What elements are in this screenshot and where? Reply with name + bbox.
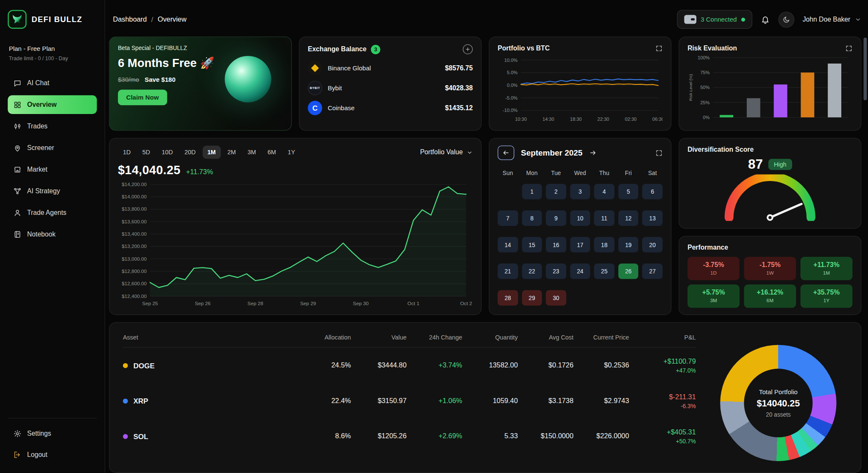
calendar-day-6[interactable]: 6 xyxy=(643,184,663,200)
range-button-3m[interactable]: 3M xyxy=(242,146,261,159)
calendar-day-19[interactable]: 19 xyxy=(618,237,639,253)
pl-percent: +50.7% xyxy=(629,437,696,444)
calendar-day-5[interactable]: 5 xyxy=(618,184,639,200)
sidebar-item-trades[interactable]: Trades xyxy=(8,117,97,136)
expand-button[interactable] xyxy=(845,45,852,52)
range-button-1d[interactable]: 1D xyxy=(118,146,136,159)
table-row-xrp[interactable]: XRP22.4%$3150.97+1.06%1059.40$3.1738$2.9… xyxy=(123,383,696,419)
calendar-day-29[interactable]: 29 xyxy=(522,290,542,306)
connected-exchanges-button[interactable]: 3 Connected xyxy=(677,10,752,29)
breadcrumb-dashboard[interactable]: Dashboard xyxy=(113,16,147,23)
change-cell: +3.74% xyxy=(406,362,462,369)
svg-text:22:30: 22:30 xyxy=(598,117,609,122)
calendar-day-23[interactable]: 23 xyxy=(546,264,566,279)
column-header-current-price: Current Price xyxy=(573,334,629,341)
pl-cell: $-211.31-6.3% xyxy=(629,393,696,409)
range-button-20d[interactable]: 20D xyxy=(180,146,201,159)
calendar-day-7[interactable]: 7 xyxy=(498,210,518,226)
svg-text:-10.0%: -10.0% xyxy=(503,108,517,113)
donut-center-title: Total Portfolio xyxy=(759,388,798,395)
sidebar-item-ai-strategy[interactable]: AI Strategy xyxy=(8,181,97,200)
range-button-5d[interactable]: 5D xyxy=(137,146,155,159)
calendar-day-16[interactable]: 16 xyxy=(546,237,566,253)
sidebar-item-logout[interactable]: Logout xyxy=(8,445,97,464)
user-menu[interactable]: John Doe Baker xyxy=(803,16,862,23)
holdings-table: AssetAllocationValue24h ChangeQuantityAv… xyxy=(123,331,696,465)
sidebar-item-ai-chat[interactable]: AI Chat xyxy=(8,74,97,92)
expand-button[interactable] xyxy=(655,149,662,156)
calendar-day-22[interactable]: 22 xyxy=(522,264,542,279)
range-button-1y[interactable]: 1Y xyxy=(283,146,300,159)
sidebar-item-settings[interactable]: Settings xyxy=(8,424,97,442)
svg-text:25%: 25% xyxy=(700,100,709,105)
calendar-day-15[interactable]: 15 xyxy=(522,237,542,253)
calendar-day-26[interactable]: 26 xyxy=(618,264,639,279)
calendar-day-11[interactable]: 11 xyxy=(594,210,615,226)
calendar-day-17[interactable]: 17 xyxy=(570,237,590,253)
svg-text:50%: 50% xyxy=(700,85,709,90)
sidebar-item-overview[interactable]: Overview xyxy=(8,95,97,114)
claim-now-button[interactable]: Claim Now xyxy=(118,90,167,106)
asset-color-dot xyxy=(123,363,128,368)
calendar-prev-button[interactable] xyxy=(498,146,514,160)
sidebar-item-market[interactable]: Market xyxy=(8,160,97,178)
notifications-button[interactable] xyxy=(760,15,770,24)
calendar-day-30[interactable]: 30 xyxy=(546,290,566,306)
range-button-10d[interactable]: 10D xyxy=(157,146,178,159)
range-button-1m[interactable]: 1M xyxy=(202,146,220,159)
calendar-day-3[interactable]: 3 xyxy=(570,184,590,200)
allocation-cell: 24.5% xyxy=(295,362,351,369)
calendar-days: 1234567891011121314151617181920212223242… xyxy=(498,184,662,306)
calendar-day-13[interactable]: 13 xyxy=(643,210,663,226)
calendar-day-14[interactable]: 14 xyxy=(498,237,518,253)
weekday-label: Tue xyxy=(546,170,566,176)
exchange-list: Binance Global$8576.75BYBITBybit$4028.38… xyxy=(308,61,473,115)
diversification-card: Diversification Score 87 High xyxy=(679,138,861,228)
table-row-sol[interactable]: SOL8.6%$1205.26+2.69%5.33$150.0000$226.0… xyxy=(123,418,696,454)
sidebar-item-screener[interactable]: Screener xyxy=(8,139,97,157)
sidebar-item-notebook[interactable]: Notebook xyxy=(8,225,97,243)
coinbase-logo-icon: C xyxy=(308,101,322,115)
calendar-next-button[interactable] xyxy=(589,149,597,156)
calendar-weekdays: SunMonTueWedThuFriSat xyxy=(498,170,662,176)
sidebar-item-label: Settings xyxy=(27,430,51,437)
avatar[interactable] xyxy=(778,11,794,28)
calendar-day-28[interactable]: 28 xyxy=(498,290,518,306)
calendar-day-1[interactable]: 1 xyxy=(522,184,542,200)
exchange-row-bybit[interactable]: BYBITBybit$4028.38 xyxy=(308,81,473,95)
weekday-label: Fri xyxy=(618,170,639,176)
calendar-day-10[interactable]: 10 xyxy=(570,210,590,226)
calendar-day-12[interactable]: 12 xyxy=(618,210,639,226)
svg-text:Sep 26: Sep 26 xyxy=(195,300,211,306)
calendar-day-27[interactable]: 27 xyxy=(643,264,663,279)
scrollbar[interactable] xyxy=(864,0,867,473)
range-button-6m[interactable]: 6M xyxy=(263,146,281,159)
performance-tile-6m: +16.12%6M xyxy=(744,284,796,308)
metric-selector[interactable]: Portfolio Value xyxy=(420,148,473,156)
calendar-day-18[interactable]: 18 xyxy=(594,237,615,253)
exchange-row-binance-global[interactable]: Binance Global$8576.75 xyxy=(308,61,473,75)
avg-cost-cell: $3.1738 xyxy=(518,397,573,404)
pl-percent: +47.0% xyxy=(629,367,696,373)
exchange-row-coinbase[interactable]: CCoinbase$1435.12 xyxy=(308,101,473,115)
sidebar-item-trade-agents[interactable]: Trade Agents xyxy=(8,203,97,222)
calendar-day-9[interactable]: 9 xyxy=(546,210,566,226)
calendar-day-24[interactable]: 24 xyxy=(570,264,590,279)
expand-button[interactable] xyxy=(655,45,662,52)
calendar-day-8[interactable]: 8 xyxy=(522,210,542,226)
portfolio-total-value: $14,040.25 xyxy=(118,163,181,178)
calendar-day-2[interactable]: 2 xyxy=(546,184,566,200)
allocation-donut-area: Total Portfolio $14040.25 20 assets xyxy=(709,331,848,465)
scrollbar-thumb[interactable] xyxy=(864,38,867,100)
svg-text:0%: 0% xyxy=(703,115,709,120)
calendar-day-21[interactable]: 21 xyxy=(498,264,518,279)
performance-period: 1D xyxy=(710,270,717,276)
calendar-day-20[interactable]: 20 xyxy=(643,237,663,253)
performance-period: 1W xyxy=(766,270,774,276)
table-row-doge[interactable]: DOGE24.5%$3444.80+3.74%13582.00$0.1726$0… xyxy=(123,348,696,383)
range-button-2m[interactable]: 2M xyxy=(223,146,241,159)
add-exchange-button[interactable] xyxy=(463,44,473,54)
column-header-24h-change: 24h Change xyxy=(406,334,462,341)
calendar-day-25[interactable]: 25 xyxy=(594,264,615,279)
calendar-day-4[interactable]: 4 xyxy=(594,184,615,200)
